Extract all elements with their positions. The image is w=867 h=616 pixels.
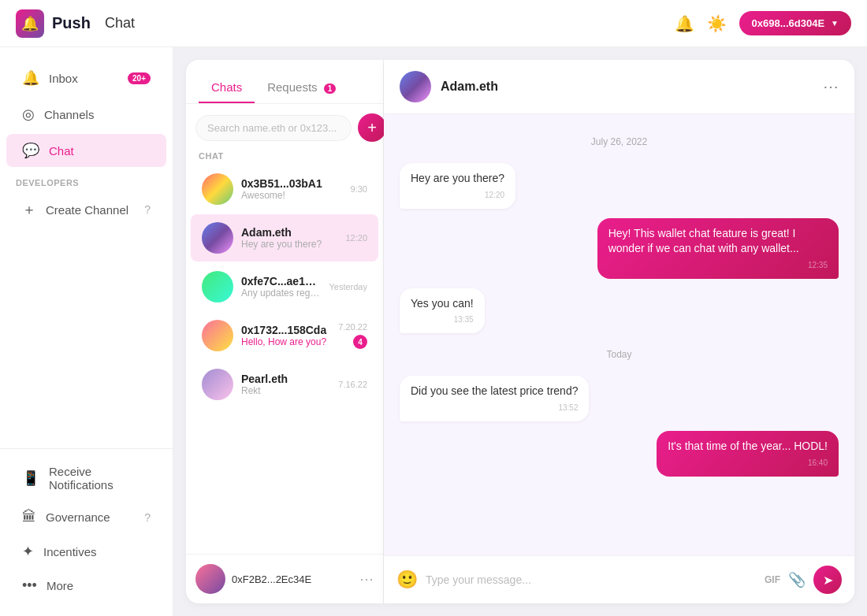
chat-search-input[interactable] bbox=[195, 115, 352, 141]
ellipsis-icon: ⋯ bbox=[359, 571, 374, 587]
sidebar-item-label-receive-notifications: Receive Notifications bbox=[49, 465, 151, 492]
chat-item-time: Yesterday bbox=[329, 282, 367, 291]
chat-item-time: 7.16.22 bbox=[338, 380, 367, 389]
main-layout: 🔔 Inbox 20+ ◎ Channels 💬 Chat DEVELOPERS… bbox=[0, 47, 867, 616]
chat-item-name: 0x1732...158Cda bbox=[241, 324, 330, 336]
chat-nav-icon: 💬 bbox=[22, 142, 39, 159]
chat-item-name: 0x3B51...03bA1 bbox=[241, 177, 343, 190]
chat-window-panel: Adam.eth ⋯ July 26, 2022 Hey are you the… bbox=[384, 60, 854, 603]
chat-window-more-button[interactable]: ⋯ bbox=[823, 77, 839, 96]
message-time: 12:35 bbox=[608, 260, 828, 271]
list-item[interactable]: Adam.eth Hey are you there? 12:20 bbox=[191, 214, 378, 262]
create-channel-icon: ＋ bbox=[22, 200, 36, 219]
message-text: It's that time of the year... HODL! bbox=[668, 440, 828, 452]
sidebar-item-chat[interactable]: 💬 Chat bbox=[6, 134, 166, 167]
sidebar-item-more[interactable]: ••• More bbox=[6, 570, 166, 602]
list-item[interactable]: Pearl.eth Rekt 7.16.22 bbox=[191, 361, 378, 408]
top-header: 🔔 Push Chat 🔔 ☀️ 0x698...6d304E ▼ bbox=[0, 0, 867, 47]
message-time: 13:35 bbox=[411, 314, 474, 325]
message-bubble: Did you see the latest price trend? 13:5… bbox=[400, 376, 589, 421]
sidebar-item-create-channel[interactable]: ＋ Create Channel ? bbox=[6, 192, 166, 227]
chat-list-bottom: 0xF2B2...2Ec34E ⋯ bbox=[186, 554, 383, 603]
inbox-icon: 🔔 bbox=[22, 69, 39, 87]
chat-item-preview: Rekt bbox=[241, 385, 330, 396]
receive-notifications-icon: 📱 bbox=[22, 469, 39, 487]
wallet-chevron-icon: ▼ bbox=[831, 19, 839, 28]
chat-list-panel: Chats Requests 1 + CHAT 0x3 bbox=[186, 60, 383, 603]
chat-window-header: Adam.eth ⋯ bbox=[384, 60, 854, 114]
sidebar-item-channels[interactable]: ◎ Channels bbox=[6, 98, 166, 131]
emoji-button[interactable]: 🙂 bbox=[396, 570, 418, 590]
user-avatar bbox=[195, 564, 225, 594]
add-icon: + bbox=[367, 119, 377, 137]
attach-button[interactable]: 📎 bbox=[788, 571, 806, 588]
bottom-more-button[interactable]: ⋯ bbox=[359, 570, 374, 588]
sidebar-item-label-more: More bbox=[47, 579, 73, 592]
chat-list: 0x3B51...03bA1 Awesome! 9:30 Adam.eth He… bbox=[186, 164, 383, 554]
tab-chats[interactable]: Chats bbox=[199, 72, 255, 103]
chat-item-preview: Hello, How are you? bbox=[241, 336, 330, 347]
wallet-address-text: 0x698...6d304E bbox=[752, 17, 825, 29]
create-channel-help-icon[interactable]: ? bbox=[144, 203, 151, 216]
list-item[interactable]: 0x1732...158Cda Hello, How are you? 7.20… bbox=[191, 312, 378, 359]
app-logo-text: Push bbox=[52, 14, 91, 32]
sidebar-bottom: 📱 Receive Notifications 🏛 Governance ? ✦… bbox=[0, 448, 173, 603]
sidebar-item-label-inbox: Inbox bbox=[49, 72, 78, 85]
sidebar: 🔔 Inbox 20+ ◎ Channels 💬 Chat DEVELOPERS… bbox=[0, 47, 173, 616]
user-address: 0xF2B2...2Ec34E bbox=[232, 573, 353, 585]
message-text: Hey are you there? bbox=[411, 172, 504, 184]
governance-icon: 🏛 bbox=[22, 509, 36, 525]
more-icon: ••• bbox=[22, 577, 37, 594]
emoji-icon: 🙂 bbox=[396, 570, 418, 589]
sidebar-item-governance[interactable]: 🏛 Governance ? bbox=[6, 501, 166, 533]
content-area: Chats Requests 1 + CHAT 0x3 bbox=[173, 47, 867, 616]
avatar bbox=[202, 173, 233, 205]
message-input[interactable] bbox=[426, 573, 757, 586]
date-divider-2: Today bbox=[400, 349, 839, 360]
sidebar-item-incentives[interactable]: ✦ Incentives bbox=[6, 535, 166, 568]
sidebar-item-inbox[interactable]: 🔔 Inbox 20+ bbox=[6, 61, 166, 95]
list-item[interactable]: 0x3B51...03bA1 Awesome! 9:30 bbox=[191, 165, 378, 213]
avatar bbox=[202, 320, 233, 351]
theme-toggle-button[interactable]: ☀️ bbox=[707, 14, 727, 33]
chat-input-area: 🙂 GIF 📎 ➤ bbox=[384, 555, 854, 603]
logo-area: 🔔 Push Chat bbox=[16, 9, 173, 38]
message-bubble: Yes you can! 13:35 bbox=[400, 288, 485, 334]
svg-text:🔔: 🔔 bbox=[21, 15, 39, 32]
chat-item-preview: Hey are you there? bbox=[241, 239, 337, 250]
send-button[interactable]: ➤ bbox=[813, 566, 842, 594]
governance-help-icon[interactable]: ? bbox=[144, 511, 151, 524]
date-divider-1: July 26, 2022 bbox=[400, 136, 839, 147]
chat-window-avatar bbox=[400, 71, 431, 102]
chat-section-label: CHAT bbox=[186, 148, 383, 164]
gif-button[interactable]: GIF bbox=[765, 574, 780, 585]
channels-icon: ◎ bbox=[22, 106, 35, 123]
sidebar-item-receive-notifications[interactable]: 📱 Receive Notifications bbox=[6, 457, 166, 499]
message-time: 12:20 bbox=[411, 190, 504, 201]
sidebar-item-label-create-channel: Create Channel bbox=[46, 203, 128, 217]
chat-item-preview: Any updates regarding this? bbox=[241, 288, 321, 299]
sidebar-item-label-channels: Channels bbox=[44, 108, 94, 121]
message-text: Did you see the latest price trend? bbox=[411, 384, 578, 397]
message-time: 16:40 bbox=[668, 458, 828, 469]
message-text: Hey! This wallet chat feature is great! … bbox=[608, 227, 799, 255]
list-item[interactable]: 0xfe7C...ae1d4d Any updates regarding th… bbox=[191, 263, 378, 310]
chat-search-area: + bbox=[186, 104, 383, 148]
sidebar-item-label-chat: Chat bbox=[49, 144, 74, 158]
tab-requests[interactable]: Requests 1 bbox=[255, 72, 348, 103]
bell-icon: 🔔 bbox=[675, 14, 694, 33]
paperclip-icon: 📎 bbox=[788, 572, 806, 588]
wallet-address-button[interactable]: 0x698...6d304E ▼ bbox=[739, 11, 851, 35]
avatar bbox=[202, 271, 233, 302]
requests-tab-badge: 1 bbox=[324, 83, 337, 94]
push-logo-icon: 🔔 bbox=[16, 9, 44, 38]
inbox-badge: 20+ bbox=[128, 72, 151, 84]
add-chat-button[interactable]: + bbox=[358, 113, 386, 142]
unread-badge: 4 bbox=[353, 335, 367, 349]
header-right: 🔔 ☀️ 0x698...6d304E ▼ bbox=[675, 11, 851, 35]
chat-item-time: 7.20.22 bbox=[338, 322, 367, 332]
developers-section-label: DEVELOPERS bbox=[0, 169, 173, 191]
message-bubble: Hey are you there? 12:20 bbox=[400, 163, 515, 209]
chat-item-preview: Awesome! bbox=[241, 190, 343, 201]
notification-bell-button[interactable]: 🔔 bbox=[675, 14, 694, 33]
